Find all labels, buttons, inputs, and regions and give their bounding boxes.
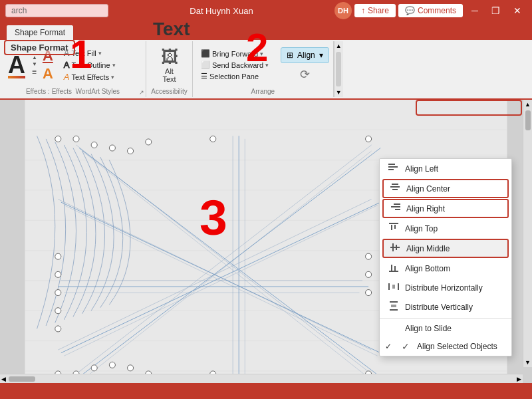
dropdown-separator [380,318,511,319]
svg-point-35 [366,253,372,259]
share-button[interactable]: ↑ Share [354,4,396,17]
distribute-h-item[interactable]: Distribute Horizontally [380,278,511,297]
scroll-v-down-icon[interactable]: ▼ [523,358,532,367]
expand-icon[interactable]: ☰ [32,69,37,75]
svg-rect-52 [388,164,395,165]
arrange-footer: Arrange [197,86,329,95]
align-selected-item[interactable]: ✓ Align Selected Objects [380,337,511,356]
svg-rect-56 [390,186,400,188]
alt-text-button[interactable]: 🖼 Alt Text [161,47,178,83]
text-fill-icon: A [64,48,70,58]
distribute-v-item[interactable]: Distribute Vertically [380,297,511,317]
title-bar: arch Dat Huynh Xuan DH ↑ Share 💬 Comment… [0,0,532,21]
svg-point-51 [366,290,372,296]
align-left-item[interactable]: Align Left [380,159,511,178]
svg-rect-71 [398,283,399,290]
small-a-red-icon: A [43,47,53,65]
svg-rect-66 [390,247,400,248]
align-bottom-item[interactable]: Align Bottom [380,259,511,278]
svg-rect-61 [389,223,398,224]
align-right-icon [389,203,401,214]
text-outline-icon: A [64,60,70,70]
align-middle-icon [389,243,401,254]
svg-point-46 [55,271,61,277]
selection-pane-button[interactable]: ☰ Selection Pane [197,71,273,81]
arrange-body: ⬛ Bring Forward ▾ ⬜ Send Backward ▾ ☰ Se… [197,43,329,86]
svg-point-37 [91,142,97,148]
rotate-button[interactable]: ⟳ [281,66,329,83]
alt-text-label: Alt [165,67,174,75]
svg-point-28 [55,136,61,142]
text-outline-caret: ▾ [112,62,116,68]
comments-label: Comments [418,6,456,15]
status-bar [0,383,532,399]
arrange-section: ⬛ Bring Forward ▾ ⬜ Send Backward ▾ ☰ Se… [193,41,334,97]
ribbon-area: Shape Format A ▲ ▼ ☰ [0,40,532,100]
text-style-buttons: A Text Fill ▾ A Text Outline ▾ A Text Ef… [60,47,120,82]
main-scrollbar-h[interactable]: ◀ ▶ [0,374,523,383]
align-middle-item[interactable]: Align Middle [382,239,509,258]
svg-rect-70 [388,283,390,290]
bring-forward-icon: ⬛ [201,49,210,58]
svg-rect-55 [392,184,398,185]
comments-button[interactable]: 💬 Comments [398,4,463,17]
svg-rect-58 [394,203,400,205]
svg-point-29 [366,136,372,142]
alt-text-sub: Text [162,75,176,83]
text-effects-icon: A [64,72,70,82]
search-value: arch [11,6,27,15]
main-scrollbar-v[interactable]: ▲ ▼ [523,100,532,367]
bring-forward-button[interactable]: ⬛ Bring Forward ▾ [197,49,273,59]
restore-icon: ❐ [491,5,500,16]
wordart-small-icons: A A [43,47,53,82]
align-top-item[interactable]: Align Top [380,219,511,238]
ribbon-scrollbar[interactable]: ▲ ▼ [334,41,343,97]
title-bar-right: DH ↑ Share 💬 Comments ─ ❐ ✕ [334,1,527,20]
ribbon-sections: Shape Format A ▲ ▼ ☰ [0,40,532,98]
scroll-v-thumb[interactable] [525,110,531,130]
accessibility-footer: Accessibility [150,86,188,95]
send-backward-button[interactable]: ⬜ Send Backward ▾ [197,60,273,70]
scroll-down-icon[interactable]: ▼ [32,61,37,67]
scroll-up-icon[interactable]: ▲ [32,55,37,61]
wordart-scroll[interactable]: ▲ ▼ ☰ [32,55,37,75]
svg-rect-54 [388,169,394,170]
search-box[interactable]: arch [5,4,108,17]
title-bar-left: arch [5,4,108,17]
wordart-section: A ▲ ▼ ☰ A A [0,41,146,97]
svg-point-39 [128,148,134,154]
svg-rect-72 [392,285,395,289]
arrange-col-left: ⬛ Bring Forward ▾ ⬜ Send Backward ▾ ☰ Se… [197,47,273,82]
text-effects-button[interactable]: A Text Effects ▾ [60,71,120,82]
ribbon-tabs: Shape Format [0,21,532,40]
align-top-icon [388,223,400,234]
close-button[interactable]: ✕ [508,1,527,20]
wordart-expand-icon[interactable]: ↗ [139,89,144,96]
svg-rect-75 [391,305,396,307]
ribbon-scroll-down-icon[interactable]: ▼ [334,88,343,97]
scroll-v-up-icon[interactable]: ▲ [523,100,532,109]
align-slide-item[interactable]: Align to Slide [380,320,511,337]
effects-value: Effects [52,88,72,95]
scroll-h-left-icon[interactable]: ◀ [0,374,7,384]
text-outline-button[interactable]: A Text Outline ▾ [60,59,120,70]
svg-point-49 [55,326,61,332]
restore-button[interactable]: ❐ [487,1,505,20]
ribbon-scroll-up-icon[interactable]: ▲ [334,41,343,51]
scroll-h-thumb[interactable] [9,376,35,382]
text-fill-button[interactable]: A Text Fill ▾ [60,47,120,59]
svg-point-40 [146,139,152,145]
svg-point-48 [55,308,61,314]
scroll-h-right-icon[interactable]: ▶ [515,374,523,384]
minimize-button[interactable]: ─ [466,1,484,20]
small-a-orange-icon: A [43,65,53,82]
tab-shape-format[interactable]: Shape Format [5,24,74,40]
svg-point-38 [109,145,115,151]
align-right-item[interactable]: Align Right [382,199,509,218]
align-button[interactable]: ⊞ Align ▾ [281,47,329,63]
align-center-item[interactable]: Align Center [382,179,509,198]
title-text: Dat Huynh Xuan [190,6,253,16]
svg-point-47 [55,290,61,296]
align-bottom-icon [388,263,400,274]
svg-point-34 [55,253,61,259]
